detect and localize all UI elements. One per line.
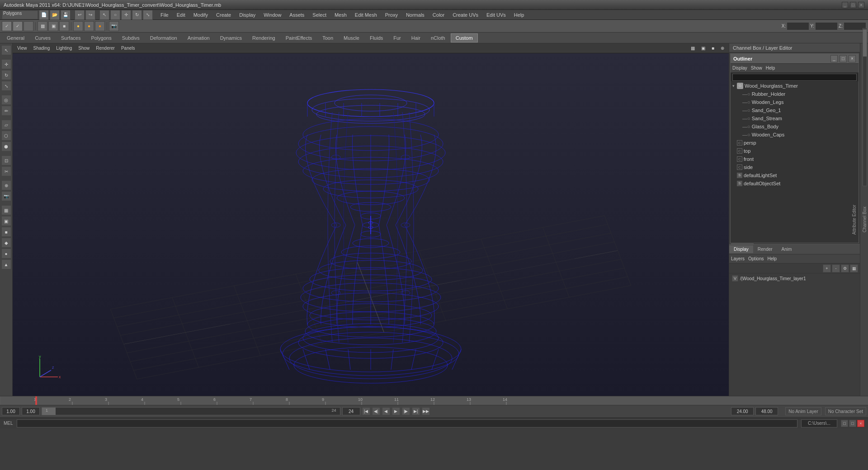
menu-help[interactable]: Help [510, 11, 528, 19]
layer-tab-anim[interactable]: Anim [777, 245, 797, 253]
start-frame-input[interactable] [2, 407, 20, 415]
play-back-btn[interactable]: ◀ [382, 407, 390, 415]
misc-tool3[interactable]: ■ [1, 227, 11, 237]
layer-delete-btn[interactable]: - [832, 264, 840, 273]
play-forward-btn[interactable]: ▶ [392, 407, 400, 415]
light3-btn[interactable]: ● [95, 21, 105, 31]
menu-assets[interactable]: Assets [286, 11, 308, 19]
go-start-btn[interactable]: |◀ [362, 407, 370, 415]
tree-item-persp[interactable]: C persp [731, 139, 859, 147]
vt-icon1[interactable]: ▦ [688, 45, 698, 52]
misc-tool1[interactable]: ▦ [1, 205, 11, 215]
anim-end2-input[interactable] [755, 407, 778, 415]
outliner-scrollbar[interactable] [863, 28, 867, 186]
menu-select[interactable]: Select [309, 11, 330, 19]
ol-menu-show[interactable]: Show [751, 66, 762, 70]
tree-item-wooden-legs[interactable]: —○ Wooden_Legs [731, 98, 859, 106]
layer-subtab-options[interactable]: Options [748, 256, 764, 261]
minimize-button[interactable]: _ [842, 2, 848, 8]
layer-item[interactable]: V /|Wood_Hourglass_Timer_layer1 [729, 273, 860, 283]
scale-tool[interactable]: ⤡ [1, 81, 11, 91]
select-btn[interactable]: ↖ [99, 10, 109, 20]
outliner-close[interactable]: × [849, 55, 856, 62]
viewport-area[interactable]: View Shading Lighting Show Renderer Pane… [13, 43, 729, 396]
tab-general[interactable]: General [2, 33, 29, 42]
taskbar-btn1[interactable]: □ [841, 420, 848, 427]
menu-modify[interactable]: Modify [190, 11, 212, 19]
tab-toon[interactable]: Toon [317, 33, 338, 42]
misc-tool5[interactable]: ● [1, 249, 11, 258]
save-btn[interactable]: 💾 [61, 10, 71, 20]
tree-item-sand-stream[interactable]: —○ Sand_Stream [731, 114, 859, 122]
menu-window[interactable]: Window [260, 11, 285, 19]
tab-hair[interactable]: Hair [406, 33, 425, 42]
menu-normals[interactable]: Normals [402, 11, 428, 19]
tab-rendering[interactable]: Rendering [247, 33, 280, 42]
menu-edit-uvs[interactable]: Edit UVs [483, 11, 509, 19]
layer-options-btn[interactable]: ⚙ [841, 264, 849, 273]
select-tool[interactable]: ↖ [1, 45, 11, 55]
menu-create-uvs[interactable]: Create UVs [449, 11, 482, 19]
step-back-btn[interactable]: ◀| [372, 407, 380, 415]
light2-btn[interactable]: ● [84, 21, 94, 31]
tree-item-top[interactable]: C top [731, 147, 859, 155]
tree-item-root[interactable]: ▾ G Wood_Hourglass_Timer [731, 82, 859, 90]
playback-range[interactable]: 1 24 [42, 407, 340, 415]
layer-create-btn[interactable]: + [823, 264, 831, 273]
menu-edit-mesh[interactable]: Edit Mesh [351, 11, 381, 19]
ol-menu-help[interactable]: Help [766, 66, 775, 70]
tab-dynamics[interactable]: Dynamics [215, 33, 247, 42]
x-input[interactable] [787, 22, 809, 30]
vt-view[interactable]: View [14, 45, 30, 52]
tab-fur[interactable]: Fur [388, 33, 406, 42]
smooth-btn[interactable]: ▣ [48, 21, 58, 31]
cut-tool[interactable]: ✂ [1, 166, 11, 176]
tree-item-default-light-set[interactable]: S defaultLightSet [731, 171, 859, 179]
flat-btn[interactable]: ■ [59, 21, 69, 31]
menu-proxy[interactable]: Proxy [382, 11, 401, 19]
vt-show[interactable]: Show [75, 45, 92, 52]
vt-renderer[interactable]: Renderer [93, 45, 118, 52]
tab-subdivs[interactable]: Subdivs [117, 33, 145, 42]
menu-mesh[interactable]: Mesh [331, 11, 350, 19]
light1-btn[interactable]: ● [73, 21, 83, 31]
scale-btn[interactable]: ⤡ [143, 10, 153, 20]
tree-item-front[interactable]: C front [731, 155, 859, 163]
taskbar-btn3[interactable]: × [857, 420, 864, 427]
create-polygon-tool[interactable]: ▱ [1, 120, 11, 130]
maximize-button[interactable]: □ [850, 2, 856, 8]
move-tool[interactable]: ✛ [1, 59, 11, 69]
tab-curves[interactable]: Curves [30, 33, 56, 42]
go-end-btn[interactable]: ▶| [412, 407, 420, 415]
redo-btn[interactable]: ↪ [85, 10, 95, 20]
play-all-btn[interactable]: ▶▶ [422, 407, 430, 415]
misc-tool4[interactable]: ◆ [1, 238, 11, 248]
step-forward-btn[interactable]: |▶ [402, 407, 410, 415]
viewport-canvas[interactable]: x y z [13, 53, 729, 396]
channel-box-label[interactable]: Channel Box [861, 205, 868, 234]
layer-visibility-btn[interactable]: V [732, 275, 738, 282]
menu-display[interactable]: Display [236, 11, 259, 19]
render-btn[interactable]: 📷 [109, 21, 119, 31]
snap-point-btn[interactable] [24, 21, 33, 31]
outliner-search-input[interactable] [732, 74, 857, 81]
tree-item-default-object-set[interactable]: S defaultObjectSet [731, 179, 859, 188]
new-scene-btn[interactable]: 📄 [39, 10, 49, 20]
soft-select-tool[interactable]: ◎ [1, 95, 11, 105]
snap-grid-btn[interactable]: ✓ [2, 21, 12, 31]
layer-tab-render[interactable]: Render [753, 245, 777, 253]
tab-custom[interactable]: Custom [451, 33, 478, 42]
mode-select[interactable]: Polygons [2, 10, 38, 19]
tab-muscle[interactable]: Muscle [339, 33, 364, 42]
y-input[interactable] [815, 22, 838, 30]
bridge-tool[interactable]: ⬢ [1, 141, 11, 151]
split-tool[interactable]: ⊡ [1, 155, 11, 165]
paint-tool[interactable]: ✏ [1, 106, 11, 116]
vt-shading[interactable]: Shading [31, 45, 53, 52]
end-frame-input[interactable] [342, 407, 360, 415]
show-manipulator[interactable]: ⊕ [1, 180, 11, 190]
tree-item-sand1[interactable]: —○ Sand_Geo_1 [731, 106, 859, 114]
menu-file[interactable]: File [157, 11, 172, 19]
vt-lighting[interactable]: Lighting [53, 45, 75, 52]
anim-end1-input[interactable] [731, 407, 754, 415]
